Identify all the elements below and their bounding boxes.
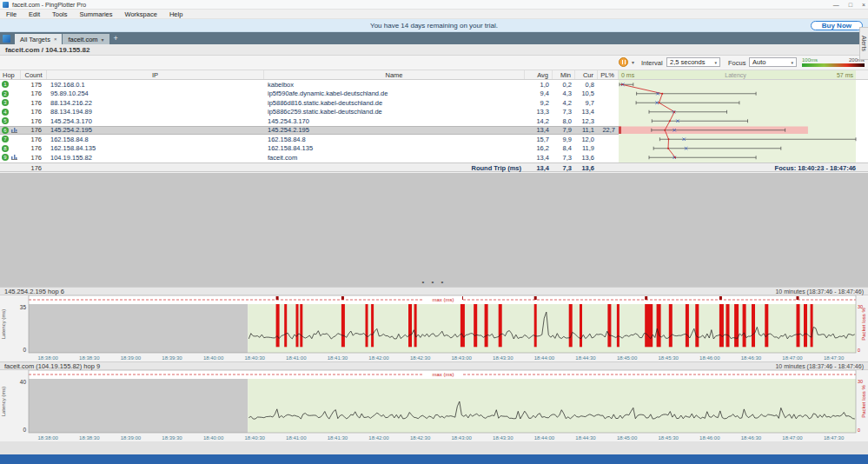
col-ip[interactable]: IP — [47, 70, 264, 79]
svg-text:18:47:30: 18:47:30 — [824, 435, 845, 441]
alerts-side-tab[interactable]: Alerts — [859, 27, 868, 60]
table-row[interactable]: 1175192.168.0.1kabelbox1,00,20,8 — [0, 80, 868, 89]
cell-name: faceit.com — [264, 154, 525, 162]
cell-ip: 145.254.3.170 — [47, 117, 264, 125]
interval-label: Interval — [641, 59, 663, 67]
svg-text:18:46:30: 18:46:30 — [741, 355, 762, 361]
svg-text:Packet loss %: Packet loss % — [861, 307, 866, 340]
svg-text:18:46:00: 18:46:00 — [699, 435, 720, 441]
cell-name: ip5886c259.static.kabel-deutschland.de — [264, 108, 525, 116]
timeline-hop9-graph[interactable]: max (ms)400Latency (ms)300Packet loss %1… — [0, 370, 868, 441]
cell-cur: 11,9 — [575, 144, 598, 152]
svg-text:18:41:30: 18:41:30 — [328, 435, 348, 441]
new-tab-button[interactable]: + — [114, 34, 118, 43]
table-row[interactable]: 317688.134.216.22ip5886d816.static.kabel… — [0, 98, 868, 108]
buy-now-button[interactable]: Buy Now — [811, 21, 863, 30]
hop-badge: 3 — [2, 99, 9, 106]
timeline-hop9-period: 10 minutes (18:37:46 - 18:47:46) — [775, 363, 864, 369]
table-row[interactable]: 6176145.254.2.195145.254.2.19513,47,911,… — [0, 126, 868, 136]
focus-value: Auto — [752, 58, 765, 66]
svg-text:Latency (ms): Latency (ms) — [1, 387, 6, 417]
cell-ip: 145.254.2.195 — [47, 126, 264, 134]
roundtrip-avg: 13,4 — [525, 164, 553, 172]
tab-faceit[interactable]: faceit.com ▾ — [63, 34, 109, 44]
table-row[interactable]: 417688.134.194.89ip5886c259.static.kabel… — [0, 108, 868, 117]
cell-count: 176 — [21, 136, 47, 143]
menu-item-summaries[interactable]: Summaries — [74, 10, 119, 18]
tab-caret-icon[interactable]: ▾ — [102, 36, 104, 43]
cell-count: 176 — [21, 108, 47, 116]
svg-text:35: 35 — [20, 304, 27, 310]
table-row[interactable]: 5176145.254.3.170145.254.3.17014,28,012,… — [0, 116, 868, 126]
cell-pl: 22,7 — [598, 126, 619, 134]
menu-item-edit[interactable]: Edit — [23, 10, 46, 18]
col-cur[interactable]: Cur — [575, 70, 598, 79]
svg-text:18:40:30: 18:40:30 — [245, 435, 266, 441]
chevron-down-icon: ▾ — [791, 60, 793, 65]
focus-select[interactable]: Auto ▾ — [749, 57, 797, 67]
latency-scale-max: 57 ms — [837, 72, 853, 78]
hop-badge: 4 — [2, 109, 9, 116]
cell-avg: 13,4 — [525, 126, 553, 134]
timeline-open-icon[interactable] — [11, 155, 17, 160]
cell-count: 175 — [21, 81, 47, 89]
tab-close-icon[interactable]: × — [54, 36, 57, 42]
col-count[interactable]: Count — [21, 70, 47, 79]
cell-ip: 88.134.216.22 — [47, 99, 264, 107]
timeline-hop6-header: 145.254.2.195 hop 6 10 minutes (18:37:46… — [0, 287, 868, 295]
round-trip-row[interactable]: 176 Round Trip (ms) 13,4 7,3 13,6 Focus:… — [0, 162, 868, 172]
col-hop[interactable]: Hop — [0, 70, 21, 79]
col-name[interactable]: Name — [264, 70, 525, 79]
table-row[interactable]: 7176162.158.84.8162.158.84.815,79,912,0 — [0, 135, 868, 144]
svg-text:Packet loss %: Packet loss % — [861, 384, 866, 417]
menu-item-workspace[interactable]: Workspace — [118, 10, 162, 18]
cell-cur: 9,7 — [575, 99, 598, 107]
tab-all-targets-label: All Targets — [20, 36, 50, 43]
svg-text:0: 0 — [858, 428, 860, 433]
col-pl[interactable]: PL% — [598, 70, 619, 79]
interval-select[interactable]: 2,5 seconds ▾ — [666, 57, 720, 67]
cell-cur: 12,0 — [575, 136, 598, 143]
cell-cur: 11,1 — [575, 126, 598, 134]
svg-text:18:40:00: 18:40:00 — [203, 355, 224, 361]
menu-item-help[interactable]: Help — [163, 10, 189, 18]
trace-options-caret-icon[interactable]: ▾ — [632, 59, 634, 65]
cell-name: 162.158.84.8 — [264, 136, 525, 143]
timeline-hop6-graph[interactable]: max (ms)350Latency (ms)300Packet loss %1… — [0, 295, 868, 361]
maximize-icon[interactable]: □ — [849, 2, 852, 8]
svg-text:max (ms): max (ms) — [433, 297, 454, 302]
cell-avg: 1,0 — [525, 81, 553, 89]
svg-text:18:42:00: 18:42:00 — [368, 435, 389, 441]
svg-text:18:42:30: 18:42:30 — [410, 435, 431, 441]
legend-100ms: 100ms — [802, 57, 818, 63]
cell-count: 176 — [21, 126, 47, 134]
cell-avg: 13,4 — [525, 154, 553, 162]
svg-text:18:39:30: 18:39:30 — [162, 435, 182, 441]
timeline-open-icon[interactable] — [11, 128, 17, 133]
pause-trace-button[interactable] — [619, 57, 628, 67]
svg-text:18:44:30: 18:44:30 — [575, 355, 596, 361]
targets-icon — [3, 35, 10, 43]
tab-all-targets[interactable]: All Targets × — [15, 34, 62, 44]
svg-text:18:44:00: 18:44:00 — [534, 355, 555, 361]
table-row[interactable]: 8176162.158.84.135162.158.84.13516,28,41… — [0, 144, 868, 154]
cell-min: 7,3 — [553, 154, 575, 162]
menu-item-file[interactable]: File — [0, 10, 23, 18]
windows-taskbar[interactable] — [0, 454, 868, 464]
svg-text:40: 40 — [20, 379, 27, 385]
menu-item-tools[interactable]: Tools — [46, 10, 74, 18]
svg-text:18:46:00: 18:46:00 — [699, 355, 720, 361]
timeline-hop6-period: 10 minutes (18:37:46 - 18:47:46) — [775, 288, 864, 295]
hop-badge: 1 — [2, 81, 9, 88]
trace-table-header: Hop Count IP Name Avg Min Cur PL% 0 ms L… — [0, 70, 868, 80]
trace-table-body: 1175192.168.0.1kabelbox1,00,20,8217695.8… — [0, 80, 868, 162]
table-row[interactable]: 217695.89.10.254ip5f590afe.dynamic.kabel… — [0, 89, 868, 99]
splitter-handle[interactable]: • • • — [0, 278, 868, 286]
col-avg[interactable]: Avg — [525, 70, 553, 79]
svg-text:Latency (ms): Latency (ms) — [1, 309, 6, 340]
table-row[interactable]: 9176104.19.155.82faceit.com13,47,313,6 — [0, 153, 868, 162]
col-min[interactable]: Min — [553, 70, 575, 79]
minimize-icon[interactable]: — — [833, 2, 839, 8]
svg-text:18:45:30: 18:45:30 — [659, 435, 679, 441]
close-icon[interactable]: × — [862, 2, 865, 8]
